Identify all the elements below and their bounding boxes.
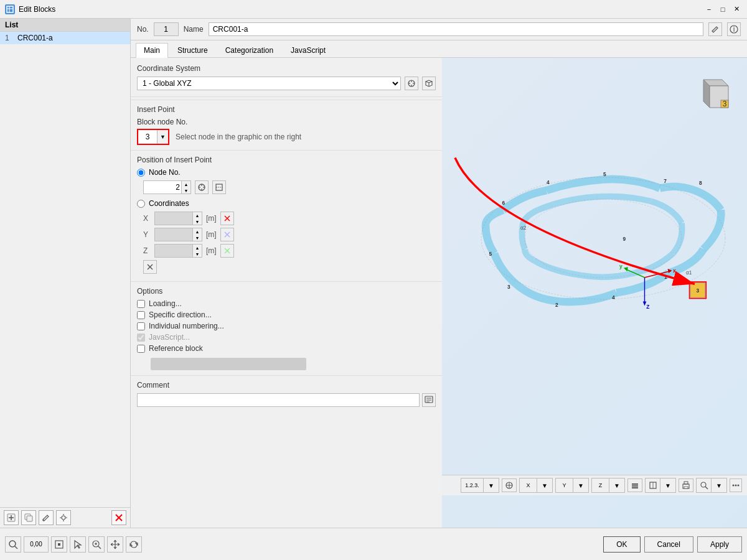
no-input[interactable] <box>154 22 179 36</box>
coord-system-select[interactable]: 1 - Global XYZ <box>137 77 401 90</box>
window-controls: − □ ✕ <box>703 4 742 15</box>
zoom-drop[interactable]: ▼ <box>712 478 726 492</box>
y-spin: ▲ ▼ <box>154 228 202 241</box>
ok-button[interactable]: OK <box>603 536 640 553</box>
cancel-button[interactable]: Cancel <box>644 536 693 553</box>
position-label: Position of Insert Point <box>137 156 436 164</box>
graphic-3d: 3 <box>442 58 747 528</box>
axis-x-drop[interactable]: ▼ <box>537 478 552 492</box>
tab-main[interactable]: Main <box>136 43 168 58</box>
name-input[interactable] <box>209 22 703 36</box>
view-drop2[interactable]: ▼ <box>660 478 675 492</box>
view-number-group: 1.2.3. ▼ <box>461 478 499 493</box>
rotate-button[interactable] <box>126 536 142 553</box>
y-spin-up[interactable]: ▲ <box>193 228 202 235</box>
svg-text:3: 3 <box>507 284 510 290</box>
node-dropdown[interactable]: ▼ <box>157 130 168 144</box>
view-btn2[interactable] <box>646 478 660 492</box>
form-panel: No. Name i Main Structure Categorization… <box>131 19 747 528</box>
javascript-checkbox[interactable] <box>137 334 145 342</box>
add-button[interactable] <box>4 510 19 525</box>
maximize-button[interactable]: □ <box>717 4 728 15</box>
node-no-input[interactable] <box>144 181 181 194</box>
loading-label: Loading... <box>149 299 182 308</box>
duplicate-button[interactable] <box>21 510 36 525</box>
node-pick-button[interactable] <box>195 180 209 194</box>
svg-text:2: 2 <box>555 302 558 308</box>
x-clear-button[interactable] <box>220 212 234 225</box>
window-title: Edit Blocks <box>19 5 55 14</box>
layer-btn[interactable] <box>627 478 642 492</box>
cursor-button[interactable] <box>70 536 86 553</box>
node-select-button[interactable] <box>212 180 226 194</box>
minimize-button[interactable]: − <box>703 4 715 15</box>
bottom-left-tools: 0,00 <box>5 536 142 553</box>
axis-y-btn[interactable]: Y <box>556 478 573 492</box>
spin-down-button[interactable]: ▼ <box>182 187 190 194</box>
x-spin-up[interactable]: ▲ <box>193 212 202 218</box>
individual-numbering-checkbox[interactable] <box>137 322 145 330</box>
block-node-input[interactable] <box>138 133 157 141</box>
y-spin-down[interactable]: ▼ <box>193 235 202 241</box>
z-input[interactable] <box>155 245 192 257</box>
spin-arrows: ▲ ▼ <box>181 181 190 194</box>
tab-categorization[interactable]: Categorization <box>217 43 281 57</box>
x-input[interactable] <box>155 212 192 225</box>
x-label: X <box>143 214 151 223</box>
insert-point-section: Insert Point Block node No. ▼ Select nod… <box>131 100 442 150</box>
info-button[interactable]: i <box>727 22 741 36</box>
view-number-btn[interactable]: 1.2.3. <box>461 478 484 492</box>
svg-marker-62 <box>643 302 647 306</box>
loading-checkbox[interactable] <box>137 300 145 308</box>
node-no-radio[interactable] <box>137 169 145 177</box>
coord-orient-button[interactable] <box>422 77 436 90</box>
apply-button[interactable]: Apply <box>697 536 742 553</box>
print-btn[interactable] <box>679 478 693 492</box>
axis-y-drop[interactable]: ▼ <box>573 478 588 492</box>
individual-numbering-label: Individual numbering... <box>149 322 224 330</box>
y-input[interactable] <box>155 228 192 241</box>
edit-button[interactable] <box>39 510 54 525</box>
axis-z-btn[interactable]: Z <box>592 478 609 492</box>
snap-button[interactable] <box>51 536 67 553</box>
settings-button[interactable] <box>56 510 71 525</box>
reference-block-checkbox[interactable] <box>137 345 145 353</box>
svg-point-89 <box>733 485 735 487</box>
z-spin-down[interactable]: ▼ <box>193 251 202 257</box>
coords-radio[interactable] <box>137 200 145 208</box>
view-number-drop[interactable]: ▼ <box>484 478 499 492</box>
axis-z-drop[interactable]: ▼ <box>609 478 624 492</box>
axis-x-btn[interactable]: X <box>520 478 537 492</box>
tab-javascript[interactable]: JavaScript <box>283 43 334 57</box>
spin-up-button[interactable]: ▲ <box>182 181 190 187</box>
delete-button[interactable] <box>111 510 126 525</box>
axis-x-group: X ▼ <box>519 478 553 493</box>
list-item[interactable]: 1 CRC001-a <box>0 32 130 44</box>
pan-button[interactable] <box>107 536 123 553</box>
more-btn[interactable] <box>730 478 742 492</box>
loading-row: Loading... <box>137 299 436 308</box>
coord-pick-button[interactable] <box>405 77 418 90</box>
pick-all-button[interactable] <box>143 260 157 274</box>
list-panel: List 1 CRC001-a <box>0 19 131 528</box>
x-spin: ▲ ▼ <box>154 212 202 225</box>
zoom2-button[interactable] <box>88 536 105 553</box>
comment-icon-button[interactable] <box>422 393 436 407</box>
coord-display-button[interactable]: 0,00 <box>24 536 49 553</box>
z-clear-button[interactable] <box>220 244 234 258</box>
zoom-btn[interactable] <box>697 478 712 492</box>
z-spin-up[interactable]: ▲ <box>193 245 202 251</box>
svg-rect-86 <box>684 487 688 488</box>
search-button[interactable] <box>5 536 21 553</box>
javascript-label: JavaScript... <box>149 333 190 342</box>
comment-input[interactable] <box>137 393 420 407</box>
view-btn1[interactable] <box>502 478 517 492</box>
edit-name-button[interactable] <box>708 22 722 36</box>
y-clear-button[interactable] <box>220 228 234 241</box>
tab-structure[interactable]: Structure <box>169 43 216 57</box>
svg-rect-85 <box>684 482 688 484</box>
specific-direction-checkbox[interactable] <box>137 311 145 319</box>
close-button[interactable]: ✕ <box>731 4 742 15</box>
x-spin-down[interactable]: ▼ <box>193 218 202 225</box>
coord-system-row: 1 - Global XYZ <box>137 77 436 90</box>
